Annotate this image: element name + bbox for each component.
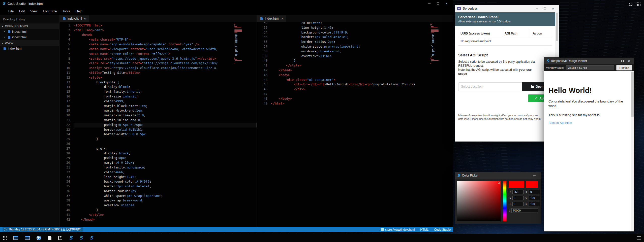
- code-line[interactable]: </div>: [271, 87, 453, 92]
- code-line[interactable]: <head>: [74, 33, 257, 38]
- hex-input[interactable]: [511, 208, 538, 213]
- code-line[interactable]: border:1px solid #e1e1e1;: [74, 184, 257, 189]
- channel-input-g-2[interactable]: [512, 196, 524, 200]
- code-line[interactable]: background-color:#f9f9f9;: [74, 179, 257, 184]
- sv-cursor[interactable]: [498, 182, 500, 184]
- code-line[interactable]: [271, 92, 453, 96]
- taskbar-window-icon-1[interactable]: [13, 236, 18, 240]
- menu-view[interactable]: View: [27, 8, 40, 14]
- code-line[interactable]: border:1px solid #e1e1e1;: [271, 35, 453, 40]
- channel-input-s-3[interactable]: [529, 196, 540, 200]
- tab-close-icon[interactable]: ×: [281, 17, 283, 21]
- refresh-button[interactable]: Refresh: [616, 65, 632, 71]
- taskbar-window-icon-2[interactable]: [25, 236, 30, 240]
- code-line[interactable]: padding:0 5px 0 20px;: [74, 123, 257, 127]
- code-area-right[interactable]: color:#666; line-height:1.45; background…: [271, 22, 453, 106]
- close-icon[interactable]: ×: [4, 36, 6, 39]
- code-line[interactable]: word-wrap:break-word;: [271, 49, 453, 54]
- select-location-input[interactable]: [458, 82, 522, 91]
- code-line[interactable]: <!DOCTYPE html>: [74, 23, 257, 28]
- menu-edit[interactable]: Edit: [16, 8, 27, 14]
- code-line[interactable]: word-wrap:break-word;: [74, 198, 257, 203]
- code-line[interactable]: </style>: [271, 63, 453, 68]
- code-line[interactable]: }: [271, 58, 453, 63]
- rdv-title-bar[interactable]: S Responsive Design Viewer ×: [544, 58, 634, 64]
- code-line[interactable]: display:block;: [74, 85, 257, 89]
- code-line[interactable]: white-space:pre-wrap!important;: [271, 44, 453, 49]
- taskbar-browser-icon[interactable]: [37, 236, 41, 240]
- code-line[interactable]: <style>: [74, 75, 257, 80]
- saturation-value-picker[interactable]: [457, 181, 501, 221]
- status-datetime[interactable]: Thu May 11 2023 21:54:48 GMT+0800 (台北標準時…: [3, 227, 83, 232]
- scrollbar[interactable]: [631, 71, 634, 231]
- code-line[interactable]: </body>: [271, 96, 453, 101]
- code-line[interactable]: <title>Testing Site</title>: [74, 71, 257, 75]
- minimize-icon[interactable]: [425, 1, 434, 7]
- code-line[interactable]: <meta name="viewport" content="user-scal…: [74, 47, 257, 52]
- channel-input-r-0[interactable]: [512, 190, 524, 194]
- code-line[interactable]: font-family:inherit;: [74, 89, 257, 94]
- code-line[interactable]: <h1><br></h1><h1>Hello World!<br></h1><p…: [271, 82, 453, 87]
- status-language[interactable]: HTML: [420, 228, 428, 231]
- sidebar-item-index.html[interactable]: ×index.html: [0, 29, 59, 34]
- code-line[interactable]: margin-inline-end:0;: [74, 118, 257, 123]
- code-area-left[interactable]: <!DOCTYPE html><html lang="en"> <head> <…: [74, 23, 257, 222]
- code-line[interactable]: border-radius:2px;: [271, 40, 453, 44]
- code-line[interactable]: <meta name="apple-mobile-web-app-capable…: [74, 42, 257, 47]
- code-line[interactable]: color:#666;: [271, 22, 453, 25]
- channel-input-b-4[interactable]: [512, 202, 524, 206]
- code-line[interactable]: margin-inline-start:0;: [74, 113, 257, 118]
- minimap-right[interactable]: [430, 24, 439, 64]
- tab-close-icon[interactable]: ×: [84, 17, 86, 21]
- serverless-title-bar[interactable]: ◆ Serverless ×: [455, 5, 559, 12]
- menu-file[interactable]: File: [6, 8, 16, 14]
- taskbar-document-icon[interactable]: [48, 236, 51, 240]
- menu-tools[interactable]: Tools: [59, 8, 73, 14]
- code-line[interactable]: padding:8px;: [74, 156, 257, 160]
- sidebar-section-open-editors[interactable]: ▾OPEN EDITORS: [0, 23, 59, 29]
- maximize-icon[interactable]: [619, 58, 626, 63]
- code-line[interactable]: </html>: [271, 101, 453, 106]
- channel-input-h-1[interactable]: [529, 190, 540, 194]
- code-line[interactable]: }: [74, 208, 257, 213]
- channel-input-b-5[interactable]: [529, 202, 540, 206]
- status-file-path[interactable]: store:/www/index.html: [381, 228, 415, 231]
- scrollbar-thumb[interactable]: [556, 13, 558, 41]
- code-line[interactable]: font-size:inherit;: [74, 94, 257, 99]
- code-line[interactable]: border-width:0 0 0 5px: [74, 132, 257, 137]
- tab-index-html-left[interactable]: index.html ×: [60, 15, 89, 22]
- code-line[interactable]: margin-block-start:1em;: [74, 104, 257, 109]
- code-line[interactable]: white-space:pre-wrap!important;: [74, 194, 257, 198]
- code-line[interactable]: color:#666;: [74, 170, 257, 175]
- code-line[interactable]: </head>: [74, 217, 257, 222]
- code-line[interactable]: </style>: [74, 213, 257, 217]
- editor-left[interactable]: 1234567891011121314151617181920212223242…: [59, 22, 257, 227]
- minimize-icon[interactable]: [530, 172, 539, 179]
- taskbar-codestudio-icon-3[interactable]: S: [89, 235, 93, 240]
- apps-grid-icon[interactable]: [637, 3, 640, 6]
- code-line[interactable]: <div class="ui container">: [271, 78, 453, 82]
- code-line[interactable]: <body>: [271, 73, 453, 78]
- code-line[interactable]: border:solid #b1b1b1;: [74, 127, 257, 132]
- code-line[interactable]: }: [74, 137, 257, 142]
- code-line[interactable]: [74, 142, 257, 146]
- code-line[interactable]: line-height:1.45;: [74, 175, 257, 180]
- code-line[interactable]: font-family:monospace;: [74, 165, 257, 170]
- maximize-icon[interactable]: [434, 1, 442, 7]
- code-line[interactable]: overflow:visible: [74, 203, 257, 208]
- window-size-value[interactable]: 361px x 627px: [566, 65, 615, 70]
- code-line[interactable]: line-height:1.45;: [271, 25, 453, 30]
- code-line[interactable]: margin-block-end:1em;: [74, 108, 257, 113]
- sidebar-section-www[interactable]: ▾WWW: [0, 40, 59, 46]
- code-line[interactable]: margin:0 0 10px;: [74, 160, 257, 165]
- code-line[interactable]: border-radius:2px;: [74, 189, 257, 194]
- title-bar[interactable]: S Code Studio - index.html ×: [0, 0, 453, 7]
- minimize-icon[interactable]: [533, 6, 540, 12]
- minimize-icon[interactable]: [612, 58, 619, 63]
- sidebar-item-index.html[interactable]: ×index.html: [0, 34, 59, 40]
- code-line[interactable]: blockquote {: [74, 80, 257, 85]
- code-line[interactable]: <meta charset="UTF-8">: [74, 37, 257, 42]
- taskbar-package-icon[interactable]: [58, 236, 62, 240]
- menu-help[interactable]: Help: [73, 8, 85, 14]
- code-line[interactable]: <link rel="stylesheet" href="https://cdn…: [74, 61, 257, 66]
